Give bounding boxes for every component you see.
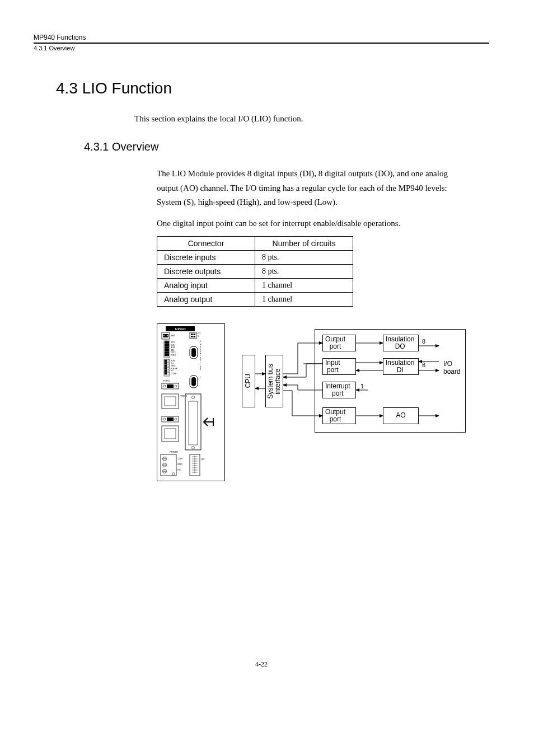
svg-text:S: S (198, 335, 199, 337)
table-row: Discrete inputs 8 pts. (157, 251, 353, 265)
svg-rect-32 (191, 348, 196, 357)
svg-point-58 (192, 447, 195, 449)
svg-point-4 (167, 335, 168, 336)
cell-connector: Analog input (157, 279, 255, 293)
svg-rect-13 (165, 344, 169, 346)
svg-rect-5 (190, 332, 196, 339)
cell-connector: Discrete inputs (157, 251, 255, 265)
svg-rect-57 (189, 401, 198, 445)
led-label: RUN (171, 344, 175, 346)
svg-rect-26 (165, 368, 167, 370)
svg-point-56 (192, 396, 195, 399)
lio-label: LIO (201, 458, 204, 461)
subsection-heading: 4.3.1 Overview (84, 140, 489, 153)
svg-text:1: 1 (200, 340, 201, 342)
table-header-row: Connector Number of circuits (157, 237, 353, 251)
svg-rect-22 (165, 363, 167, 365)
module-title: MP940 (175, 327, 186, 331)
svg-point-60 (163, 418, 166, 420)
svg-rect-49 (167, 384, 174, 388)
svg-rect-55 (185, 394, 201, 450)
svg-point-72 (172, 473, 175, 476)
svg-rect-17 (165, 354, 169, 356)
cell-circuits: 8 pts. (255, 251, 353, 265)
mp940-module-figure: MP940 BAT D7 S RDY RUN ALM BAT PRT1 PRT2 (157, 323, 225, 481)
diagram-arrows (242, 329, 466, 435)
svg-rect-6 (191, 334, 193, 335)
col-connector: Connector (157, 237, 255, 251)
svg-rect-16 (165, 351, 169, 354)
led-label: PRT2 (171, 354, 176, 356)
arrow-left-icon (204, 418, 213, 426)
svg-rect-12 (165, 341, 169, 344)
page-number: 4-22 (34, 660, 489, 669)
pow-pin: +24V (177, 457, 183, 460)
svg-rect-54 (165, 397, 176, 406)
svg-point-47 (163, 385, 166, 387)
pow-pin: GND (177, 463, 182, 466)
sw-label: INT (171, 363, 175, 365)
svg-point-61 (175, 418, 177, 420)
svg-rect-15 (165, 349, 169, 351)
svg-rect-24 (165, 365, 167, 367)
power-label: POWER (170, 450, 178, 453)
cell-circuits: 1 channel (255, 279, 353, 293)
svg-rect-14 (165, 346, 169, 349)
svg-rect-64 (165, 429, 176, 439)
svg-point-3 (163, 335, 165, 336)
svg-rect-51 (191, 377, 196, 386)
svg-rect-9 (194, 336, 196, 337)
sw-label: FLASH (171, 368, 177, 370)
sw-label: C OFF (171, 373, 177, 375)
table-row: Analog input 1 channel (157, 279, 353, 293)
led-label: PRT1 (171, 351, 176, 354)
svg-text:2: 2 (200, 377, 201, 379)
sw-label: RUN (171, 360, 175, 362)
led-label: BAT (171, 349, 175, 351)
body-paragraph: The LIO Module provides 8 digital inputs… (157, 167, 456, 210)
sw-label: PP (171, 370, 174, 372)
table-row: Discrete outputs 8 pts. (157, 265, 353, 279)
svg-point-48 (175, 385, 177, 387)
section-intro: This section explains the local I/O (LIO… (134, 114, 489, 124)
svg-text:K: K (200, 368, 202, 370)
bat-label: BAT (171, 334, 175, 337)
svg-rect-62 (167, 417, 174, 421)
section-heading: 4.3 LIO Function (56, 79, 489, 97)
spec-table: Connector Number of circuits Discrete in… (157, 236, 353, 307)
running-header-title: MP940 Functions (34, 34, 489, 41)
pow-pin: FG (177, 468, 181, 471)
led-label: ALM (171, 346, 175, 349)
svg-rect-7 (194, 334, 196, 335)
cell-connector: Discrete outputs (157, 265, 255, 279)
led-label: RDY (171, 341, 175, 344)
block-diagram: CPU System bus interface Output port Inp… (242, 329, 466, 435)
port2-label: PORT2 (180, 395, 188, 397)
cell-circuits: 8 pts. (255, 265, 353, 279)
cell-connector: Analog output (157, 293, 255, 307)
body-paragraph: One digital input point can be set for i… (157, 217, 456, 231)
sw-label: TEST (171, 365, 176, 367)
table-row: Analog output 1 channel (157, 293, 353, 307)
svg-rect-30 (165, 373, 167, 375)
svg-rect-20 (165, 360, 167, 362)
running-header-sub: 4.3.1 Overview (34, 43, 489, 51)
svg-rect-28 (165, 370, 167, 372)
svg-rect-8 (191, 336, 193, 337)
cell-circuits: 1 channel (255, 293, 353, 307)
col-circuits: Number of circuits (255, 237, 353, 251)
port1-label: PORT1 (163, 379, 171, 382)
